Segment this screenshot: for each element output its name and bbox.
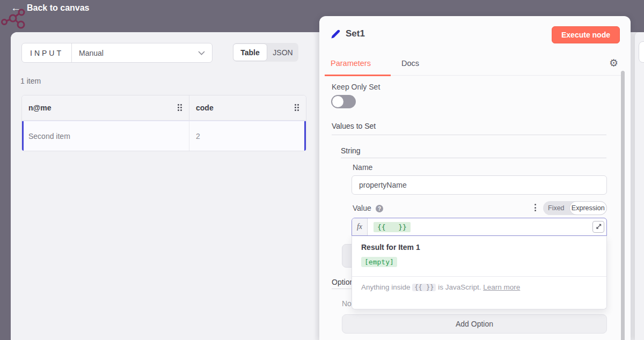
table-cell[interactable]: Second item [22,121,189,151]
kebab-menu-icon[interactable] [533,203,537,212]
view-json-button[interactable]: JSON [267,48,298,57]
value-field-label: Value [353,204,371,212]
table-header-row: n@me code [22,95,306,121]
output-panel-edge [635,32,644,340]
output-header-box-edge [639,41,644,63]
keep-only-set-toggle[interactable] [331,95,356,108]
result-value: [empty] [361,257,397,267]
view-mode-toggle: Table JSON [233,43,298,62]
learn-more-link[interactable]: Learn more [483,283,520,291]
expression-result-popup: Result for Item 1 [empty] Anything insid… [352,236,607,309]
values-to-set-label: Values to Set [332,122,376,130]
popup-hint: Anything inside {{ }} is JavaScript. Lea… [361,283,520,291]
mode-fixed-button[interactable]: Fixed [543,204,569,212]
back-arrow-icon[interactable]: ← [11,2,21,14]
name-input[interactable] [352,175,607,195]
gear-icon[interactable]: ⚙ [609,57,618,69]
column-code-label: code [196,104,214,112]
scrollbar[interactable] [621,71,625,340]
view-table-button[interactable]: Table [233,43,267,61]
add-option-button[interactable]: Add Option [342,314,607,334]
fx-icon: fx [352,218,368,235]
row-selection-bar-right [304,121,306,151]
edit-pencil-icon[interactable] [330,29,341,40]
input-panel: INPUT Manual Table JSON 1 item n@me code… [11,32,315,340]
keep-only-set-label: Keep Only Set [332,83,380,91]
chevron-down-icon [198,51,205,55]
input-panel-label: INPUT [22,43,72,62]
hint-braces: {{ }} [412,284,436,291]
hint-prefix: Anything inside [361,283,411,291]
expression-editor[interactable]: fx {{ }} [352,218,607,236]
help-icon[interactable]: ? [376,205,383,212]
mode-expression-button[interactable]: Expression [569,201,607,215]
result-title: Result for Item 1 [361,243,420,252]
value-mode-toggle: Fixed Expression [543,201,607,215]
drag-handle-icon[interactable] [178,104,182,112]
popup-divider [352,276,606,277]
hint-mid: is JavaScript. [438,283,481,291]
section-divider [341,158,606,158]
string-section-label: String [341,146,361,155]
expression-value[interactable]: {{ }} [374,222,411,232]
tab-docs[interactable]: Docs [401,59,419,68]
row-selection-bar-left [22,121,24,151]
items-count: 1 item [20,77,41,85]
input-source-select[interactable]: INPUT Manual [21,43,213,63]
table-header-cell[interactable]: n@me [22,95,189,120]
column-name-label: n@me [28,104,51,112]
tab-parameters[interactable]: Parameters [331,59,371,68]
table-row[interactable]: Second item 2 [22,121,306,151]
back-to-canvas-link[interactable]: Back to canvas [27,3,90,13]
node-title: Set1 [346,28,365,39]
table-header-cell[interactable]: code [189,95,306,120]
drag-handle-icon[interactable] [295,104,299,112]
name-field-label: Name [353,163,372,172]
input-data-table: n@me code Second item 2 [21,95,306,151]
node-detail-panel: Set1 Execute node Parameters Docs ⚙ Keep… [319,16,631,340]
table-cell[interactable]: 2 [189,121,306,151]
section-divider [332,135,606,135]
expand-expression-icon[interactable] [592,221,604,233]
input-source-value: Manual [72,49,198,57]
toggle-knob [332,96,343,107]
execute-node-button[interactable]: Execute node [552,26,620,43]
active-tab-underline [325,75,391,76]
